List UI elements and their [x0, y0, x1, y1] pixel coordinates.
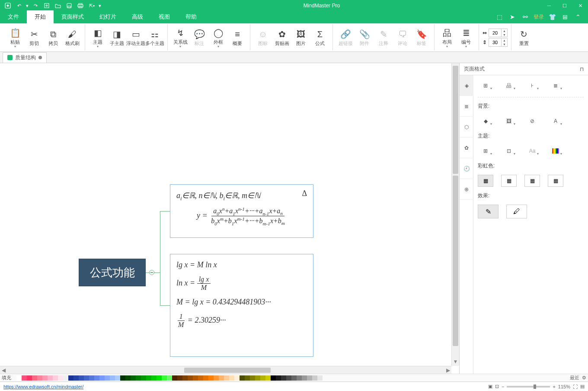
color-swatch[interactable]	[94, 375, 99, 381]
color-swatch[interactable]	[265, 375, 271, 381]
hyperlink-button[interactable]: 🔗超链接	[336, 25, 355, 50]
vspacing-spinner[interactable]: ▲▼	[489, 38, 508, 47]
color-swatch[interactable]	[193, 375, 198, 381]
color-swatch[interactable]	[317, 375, 323, 381]
tag-button[interactable]: 🔖标签	[412, 25, 431, 50]
central-topic[interactable]: 公式功能	[79, 259, 146, 286]
color-swatch[interactable]	[105, 375, 110, 381]
horizontal-scrollbar[interactable]: ◀▶	[0, 366, 451, 374]
picture-button[interactable]: 🖼图片	[292, 25, 310, 50]
color-swatch[interactable]	[240, 375, 245, 381]
icon-button[interactable]: ☺图标	[254, 25, 272, 50]
side-tab-icons[interactable]: ⬡	[460, 117, 473, 138]
color-swatch[interactable]	[208, 375, 214, 381]
color-swatch[interactable]	[198, 375, 203, 381]
color-swatch[interactable]	[110, 375, 115, 381]
color-swatch[interactable]	[99, 375, 105, 381]
color-swatch[interactable]	[27, 375, 32, 381]
collapse-handle-icon[interactable]	[149, 270, 154, 275]
bg-fill[interactable]: ◆▾	[478, 115, 493, 127]
fullscreen-icon[interactable]: ⛶	[573, 384, 578, 389]
color-swatch[interactable]	[141, 375, 146, 381]
pin-icon[interactable]: ⊓	[580, 66, 584, 72]
subtopic-formula-1[interactable]: Δ ai∈ℝ, n∈ℕ, bi∈ℝ, m∈ℕ y = a0xn+a1xn-1+·…	[170, 184, 313, 238]
color-swatch[interactable]	[234, 375, 240, 381]
color-swatch[interactable]	[229, 375, 234, 381]
color-swatch[interactable]	[79, 375, 84, 381]
mindmap-canvas[interactable]: 公式功能 Δ ai∈ℝ, n∈ℕ, bi∈ℝ, m∈ℕ y = a0xn+a1x…	[0, 63, 451, 366]
maximize-icon[interactable]: ☐	[557, 0, 572, 11]
color-swatch[interactable]	[115, 375, 120, 381]
layout-style-1[interactable]: ⊞▾	[478, 80, 493, 92]
layout-style-2[interactable]: 品▾	[501, 80, 517, 92]
theme-color[interactable]: ▾	[548, 145, 563, 157]
color-swatch[interactable]	[224, 375, 229, 381]
color-swatch[interactable]	[276, 375, 281, 381]
color-swatch[interactable]	[63, 375, 68, 381]
fit-width-icon[interactable]: ⊡	[495, 384, 499, 389]
relation-button[interactable]: ↯关系线▾	[171, 25, 189, 50]
note-button[interactable]: ✎注释	[374, 25, 393, 50]
cloud-icon[interactable]: ⬚	[495, 12, 504, 22]
color-swatch[interactable]	[245, 375, 250, 381]
floating-topic-button[interactable]: ▭浮动主题	[127, 25, 145, 50]
bg-remove[interactable]: ⊘	[524, 115, 540, 127]
vertical-scrollbar[interactable]: ▼	[451, 63, 459, 366]
rainbow-3[interactable]: ▦	[524, 175, 540, 187]
color-swatch[interactable]	[58, 375, 63, 381]
multiple-topic-button[interactable]: ⚏多个主题	[146, 25, 164, 50]
clipart-button[interactable]: ✿剪贴画	[273, 25, 291, 50]
undo-icon[interactable]: ↶	[14, 0, 24, 11]
copy-button[interactable]: ⧉拷贝	[44, 25, 62, 50]
color-swatch[interactable]	[260, 375, 265, 381]
menu-home[interactable]: 开始	[27, 10, 54, 23]
share-icon[interactable]: ⚯	[521, 12, 530, 22]
color-swatches[interactable]	[16, 375, 323, 381]
color-swatch[interactable]	[74, 375, 79, 381]
summary-button[interactable]: ≡概要	[228, 25, 246, 50]
menu-file[interactable]: 文件	[0, 10, 27, 23]
effect-pencil[interactable]: ✎	[478, 205, 499, 218]
open-icon[interactable]	[53, 0, 63, 11]
side-tab-outline[interactable]: ≣	[460, 96, 473, 117]
color-swatch[interactable]	[151, 375, 157, 381]
hspacing-spinner[interactable]: ▲▼	[489, 29, 508, 37]
layout-button[interactable]: 品布局▾	[438, 25, 456, 50]
color-swatch[interactable]	[32, 375, 37, 381]
collapse-ribbon-icon[interactable]: ⌃	[573, 12, 583, 22]
login-link[interactable]: 登录	[534, 13, 544, 21]
color-swatch[interactable]	[37, 375, 42, 381]
color-swatch[interactable]	[53, 375, 58, 381]
color-swatch[interactable]	[307, 375, 312, 381]
zoom-out-icon[interactable]: −	[502, 384, 504, 389]
color-swatch[interactable]	[157, 375, 162, 381]
close-icon[interactable]: ✕	[572, 0, 588, 11]
color-swatch[interactable]	[312, 375, 317, 381]
side-tab-format[interactable]: ◈	[460, 75, 473, 96]
color-swatch[interactable]	[271, 375, 276, 381]
color-swatch[interactable]	[177, 375, 182, 381]
color-swatch[interactable]	[84, 375, 89, 381]
shirt-icon[interactable]: 👕	[547, 12, 557, 22]
side-tab-add[interactable]: ⊕	[460, 179, 473, 200]
boundary-button[interactable]: ◯外框▾	[209, 25, 227, 50]
zoom-level[interactable]: 115%	[558, 384, 570, 389]
redo-icon[interactable]: ↷	[30, 0, 41, 11]
color-swatch[interactable]	[203, 375, 208, 381]
color-swatch[interactable]	[281, 375, 286, 381]
theme-style[interactable]: ⊞▾	[478, 145, 493, 157]
zoom-slider[interactable]	[507, 386, 550, 388]
format-painter-button[interactable]: 🖌格式刷	[63, 25, 81, 50]
color-swatch[interactable]	[214, 375, 219, 381]
rainbow-2[interactable]: ▦	[501, 175, 517, 187]
side-tab-clipart[interactable]: ✿	[460, 138, 473, 158]
paste-button[interactable]: 📋粘贴▾	[6, 25, 24, 50]
color-swatch[interactable]	[42, 375, 48, 381]
minimize-icon[interactable]: ─	[541, 0, 557, 11]
color-swatch[interactable]	[16, 375, 22, 381]
menu-help[interactable]: 帮助	[178, 10, 205, 23]
color-swatch[interactable]	[120, 375, 125, 381]
subtopic-button[interactable]: ◨子主题	[108, 25, 126, 50]
send-icon[interactable]: ➤	[508, 12, 517, 22]
menu-page-style[interactable]: 页面样式	[54, 10, 92, 23]
